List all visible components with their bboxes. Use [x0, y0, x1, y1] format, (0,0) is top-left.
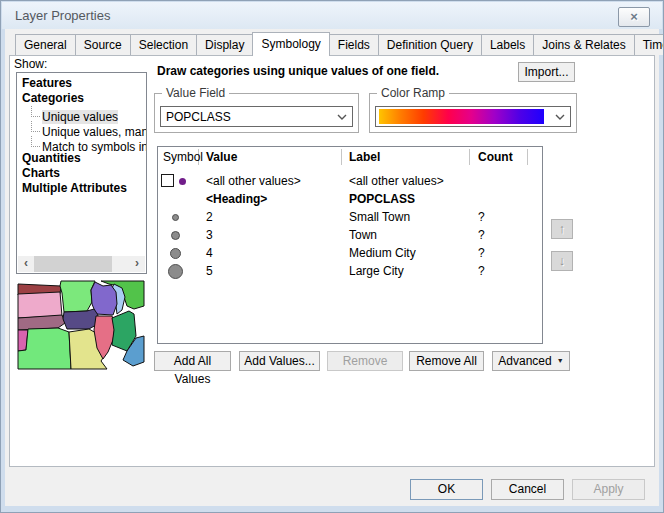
- advanced-button[interactable]: Advanced▼: [492, 351, 570, 371]
- cell-count: ?: [470, 228, 528, 242]
- advanced-label: Advanced: [498, 354, 551, 368]
- tree-elbow-icon: [31, 136, 40, 147]
- tab-strip: General Source Selection Display Symbolo…: [15, 32, 664, 56]
- remove-all-button[interactable]: Remove All: [409, 351, 484, 371]
- table-row[interactable]: 2 Small Town ?: [158, 208, 542, 226]
- tab-symbology[interactable]: Symbology: [252, 32, 329, 56]
- symbology-tab-page: Show: Features Categories Unique values …: [9, 55, 655, 467]
- tab-definition-query[interactable]: Definition Query: [378, 34, 482, 55]
- tab-time[interactable]: Time: [634, 34, 664, 55]
- color-ramp-label: Color Ramp: [377, 86, 449, 100]
- cell-label: Town: [342, 228, 470, 242]
- dialog-body: Show: Features Categories Unique values …: [5, 29, 659, 506]
- table-row[interactable]: 4 Medium City ?: [158, 244, 542, 262]
- tree-item-multiple-attributes[interactable]: Multiple Attributes: [17, 181, 146, 196]
- cell-value: 2: [199, 210, 342, 224]
- point-symbol-icon: [172, 214, 179, 221]
- cell-label: <all other values>: [342, 174, 470, 188]
- cancel-button[interactable]: Cancel: [491, 479, 564, 500]
- tab-source[interactable]: Source: [75, 34, 131, 55]
- tab-labels[interactable]: Labels: [481, 34, 534, 55]
- arrow-up-icon: ↑: [559, 221, 566, 236]
- all-other-values-checkbox[interactable]: [161, 174, 174, 187]
- add-values-button[interactable]: Add Values...: [239, 351, 320, 371]
- table-row[interactable]: 3 Town ?: [158, 226, 542, 244]
- tab-display[interactable]: Display: [196, 34, 253, 55]
- point-symbol-icon: [168, 264, 183, 279]
- menu-arrow-icon: ▼: [557, 357, 564, 364]
- map-region: [63, 309, 98, 329]
- apply-button: Apply: [572, 479, 645, 500]
- table-row[interactable]: <all other values> <all other values>: [158, 172, 542, 190]
- tree-item-unique-values-many[interactable]: Unique values, many: [17, 121, 146, 136]
- point-symbol-icon: [171, 231, 180, 240]
- chevron-down-icon: [555, 114, 565, 120]
- value-field-label: Value Field: [162, 86, 229, 100]
- chevron-down-icon: [337, 114, 347, 120]
- cell-label: Large City: [342, 264, 470, 278]
- close-icon: ×: [630, 9, 638, 24]
- tree-item-match-to-symbols[interactable]: Match to symbols in a: [17, 136, 146, 151]
- table-row[interactable]: 5 Large City ?: [158, 262, 542, 280]
- cell-value: 5: [199, 264, 342, 278]
- map-region: [18, 292, 62, 318]
- cell-value: 3: [199, 228, 342, 242]
- color-ramp-swatch: [379, 109, 544, 124]
- titlebar[interactable]: Layer Properties ×: [2, 2, 662, 29]
- layer-preview-map: [17, 280, 145, 370]
- point-symbol-icon: [179, 178, 186, 185]
- tab-joins-relates[interactable]: Joins & Relates: [533, 34, 634, 55]
- cell-label: POPCLASS: [342, 192, 470, 206]
- tab-fields[interactable]: Fields: [329, 34, 379, 55]
- move-up-button[interactable]: ↑: [551, 219, 573, 239]
- value-field-combobox[interactable]: POPCLASS: [160, 106, 353, 127]
- column-header-symbol[interactable]: Symbol: [158, 149, 199, 165]
- scroll-left-icon[interactable]: ‹: [18, 256, 34, 272]
- tree-elbow-icon: [31, 106, 40, 117]
- tab-selection[interactable]: Selection: [130, 34, 197, 55]
- point-symbol-icon: [170, 248, 181, 259]
- scroll-right-icon[interactable]: ›: [129, 256, 145, 272]
- column-header-label[interactable]: Label: [342, 149, 470, 165]
- column-header-count[interactable]: Count: [470, 149, 528, 165]
- cell-count: ?: [470, 210, 528, 224]
- tab-general[interactable]: General: [15, 34, 76, 55]
- import-button[interactable]: Import...: [518, 62, 575, 82]
- show-label: Show:: [14, 57, 47, 71]
- layer-properties-dialog: Layer Properties × Show: Features Catego…: [0, 0, 664, 513]
- categories-table[interactable]: Symbol Value Label Count <all other valu…: [157, 146, 543, 344]
- value-field-value: POPCLASS: [166, 110, 231, 124]
- cell-value: 4: [199, 246, 342, 260]
- cell-count: ?: [470, 264, 528, 278]
- column-header-value[interactable]: Value: [199, 149, 342, 165]
- show-listbox[interactable]: Features Categories Unique values Unique…: [16, 72, 147, 274]
- close-button[interactable]: ×: [618, 7, 650, 27]
- cell-count: ?: [470, 246, 528, 260]
- value-field-group: Value Field POPCLASS: [154, 93, 359, 133]
- table-row[interactable]: <Heading> POPCLASS: [158, 190, 542, 208]
- add-all-values-button[interactable]: Add All Values: [154, 351, 231, 371]
- remove-button: Remove: [327, 351, 403, 371]
- window-title: Layer Properties: [15, 8, 110, 23]
- page-heading: Draw categories using unique values of o…: [157, 64, 439, 78]
- move-down-button[interactable]: ↓: [551, 251, 573, 271]
- map-region: [60, 281, 95, 312]
- color-ramp-group: Color Ramp: [369, 93, 577, 133]
- tree-item-charts[interactable]: Charts: [17, 166, 146, 181]
- tree-item-categories[interactable]: Categories: [17, 91, 146, 106]
- cell-label: Small Town: [342, 210, 470, 224]
- horizontal-scrollbar[interactable]: ‹ ›: [18, 256, 145, 272]
- tree-item-unique-values[interactable]: Unique values: [17, 106, 146, 121]
- show-tree: Features Categories Unique values Unique…: [17, 73, 146, 196]
- table-header: Symbol Value Label Count: [158, 147, 542, 167]
- cell-value: <Heading>: [199, 192, 342, 206]
- arrow-down-icon: ↓: [559, 253, 566, 268]
- scrollbar-thumb[interactable]: [34, 256, 112, 272]
- tree-elbow-icon: [31, 121, 40, 132]
- cell-value: <all other values>: [199, 174, 342, 188]
- color-ramp-combobox[interactable]: [375, 106, 571, 127]
- ok-button[interactable]: OK: [410, 479, 483, 500]
- cell-label: Medium City: [342, 246, 470, 260]
- tree-item-features[interactable]: Features: [17, 76, 146, 91]
